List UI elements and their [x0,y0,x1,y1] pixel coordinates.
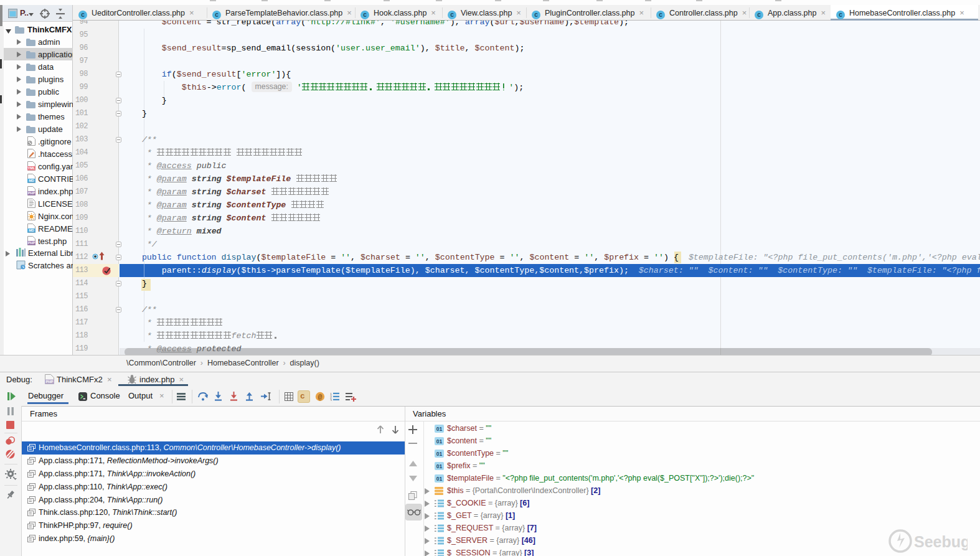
svg-text:01: 01 [436,451,443,457]
svg-text:Seebug: Seebug [914,533,968,550]
svg-text:YML: YML [28,166,35,170]
svg-text:@: @ [318,393,323,401]
svg-text:01: 01 [436,438,443,445]
svg-text:3: 3 [330,398,332,402]
svg-text:01: 01 [436,463,443,469]
svg-text:PHP: PHP [28,191,35,195]
svg-text:MD: MD [29,179,34,182]
svg-text:01: 01 [436,426,443,432]
svg-text:MD: MD [29,229,34,232]
svg-text:01: 01 [436,476,443,482]
svg-text:PHP: PHP [28,241,35,245]
svg-text:PHP: PHP [46,380,54,384]
